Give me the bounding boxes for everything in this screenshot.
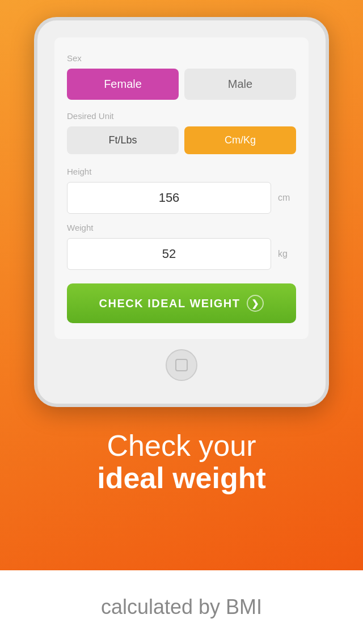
unit-toggle-row: Ft/Lbs Cm/Kg <box>67 126 296 154</box>
weight-field-row: kg <box>67 238 296 270</box>
home-button[interactable] <box>166 349 197 381</box>
male-button[interactable]: Male <box>184 69 296 100</box>
height-section: Height cm <box>67 167 296 214</box>
check-button-label: CHECK IDEAL WEIGHT <box>99 297 240 310</box>
bottom-text: calculated by BMI <box>101 595 262 619</box>
female-button[interactable]: Female <box>67 69 179 100</box>
home-button-area <box>54 349 309 381</box>
weight-unit: kg <box>278 249 296 259</box>
chevron-right-icon: ❯ <box>247 295 264 312</box>
sex-label: Sex <box>67 53 296 63</box>
promo-text-area: Check your ideal weight <box>74 430 289 494</box>
height-input[interactable] <box>67 182 271 214</box>
orange-background: Sex Female Male Desired Unit Ft/Lbs Cm/K… <box>0 0 363 570</box>
phone-mockup: Sex Female Male Desired Unit Ft/Lbs Cm/K… <box>34 17 329 407</box>
height-field-row: cm <box>67 182 296 214</box>
promo-line1: Check your <box>97 430 266 462</box>
ftlbs-button[interactable]: Ft/Lbs <box>67 126 179 154</box>
home-button-inner-square <box>175 359 188 371</box>
promo-line2: ideal weight <box>97 462 266 494</box>
page-wrapper: Sex Female Male Desired Unit Ft/Lbs Cm/K… <box>0 0 363 644</box>
bottom-section: calculated by BMI <box>0 570 363 644</box>
height-label: Height <box>67 167 296 176</box>
height-unit: cm <box>278 193 296 203</box>
weight-section: Weight kg <box>67 223 296 270</box>
phone-inner: Sex Female Male Desired Unit Ft/Lbs Cm/K… <box>54 37 309 339</box>
weight-label: Weight <box>67 223 296 232</box>
check-ideal-weight-button[interactable]: CHECK IDEAL WEIGHT ❯ <box>67 283 296 323</box>
cmkg-button[interactable]: Cm/Kg <box>184 126 296 154</box>
sex-toggle-row: Female Male <box>67 69 296 100</box>
unit-label: Desired Unit <box>67 111 296 121</box>
weight-input[interactable] <box>67 238 271 270</box>
